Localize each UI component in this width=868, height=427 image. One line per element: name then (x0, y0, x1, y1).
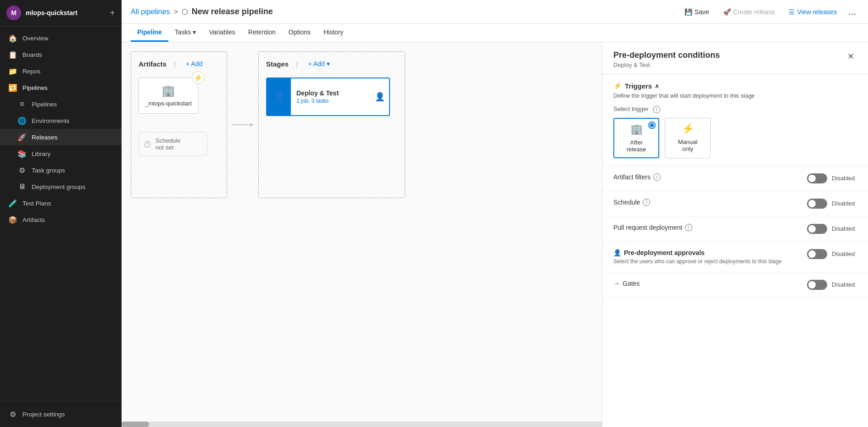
schedule-status: Disabled (832, 200, 857, 207)
sidebar-item-label: Pipelines (22, 84, 48, 91)
project-name: mlops-quickstart (26, 9, 110, 17)
trigger-option-manual-only[interactable]: ⚡ Manualonly (665, 118, 711, 158)
tab-tasks[interactable]: Tasks ▾ (168, 24, 203, 42)
trigger-info-icon[interactable]: i (653, 106, 660, 113)
gates-status: Disabled (832, 281, 857, 288)
pull-request-toggle[interactable] (807, 224, 827, 234)
pipelines-parent-icon: 🔁 (9, 83, 17, 92)
sidebar-item-environments[interactable]: 🌐 Environments (0, 112, 122, 129)
sidebar-item-label: Task groups (32, 167, 65, 174)
tab-variables[interactable]: Variables (202, 24, 241, 42)
panel-header: Pre-deployment conditions Deploy & Test … (602, 42, 868, 74)
test-plans-icon: 🧪 (9, 199, 17, 207)
pull-request-toggle-right: Disabled (807, 224, 857, 234)
artifact-filters-toggle-right: Disabled (807, 173, 857, 183)
sidebar-item-library[interactable]: 📚 Library (0, 145, 122, 162)
schedule-toggle[interactable] (807, 199, 827, 209)
triggers-section: ⚡ Triggers ∧ Define the trigger that wil… (602, 74, 868, 166)
pipeline-icon: ⬡ (182, 7, 188, 16)
approvals-toggle[interactable] (807, 249, 827, 259)
sidebar-item-deployment-groups[interactable]: 🖥 Deployment groups (0, 178, 122, 195)
tab-retention[interactable]: Retention (242, 24, 282, 42)
triggers-icon: ⚡ (613, 82, 622, 90)
sidebar-item-artifacts[interactable]: 📦 Artifacts (0, 211, 122, 228)
sidebar-item-releases[interactable]: 🚀 Releases (0, 129, 122, 145)
artifact-card[interactable]: 🏢 _mlops-quickstart (139, 78, 198, 114)
save-icon: 💾 (684, 8, 692, 16)
gates-toggle[interactable] (807, 280, 827, 290)
sidebar-header: M mlops-quickstart + (0, 0, 122, 26)
sidebar-item-label: Test Plans (22, 200, 51, 207)
sidebar-item-project-settings[interactable]: ⚙ Project settings (0, 406, 122, 422)
content-area: Artifacts | + Add 🏢 _mlops-quickstart ⚡ (122, 42, 868, 427)
schedule-label: Schedule i (613, 199, 650, 206)
breadcrumb: All pipelines > ⬡ New release pipeline (131, 7, 675, 17)
radio-after-release (648, 122, 656, 129)
triggers-collapse-icon[interactable]: ∧ (655, 83, 659, 89)
topbar-actions: 💾 Save 🚀 Create release ☰ View releases … (679, 5, 859, 19)
artifact-card-icon: 🏢 (161, 84, 175, 97)
artifacts-box-title: Artifacts | + Add (139, 59, 219, 68)
add-stage-button[interactable]: + Add ▾ (305, 59, 332, 68)
scrollbar-thumb[interactable] (122, 421, 149, 427)
approvals-toggle-right: Disabled (807, 249, 857, 259)
add-project-button[interactable]: + (110, 8, 115, 18)
pull-request-row: Pull request deployment i Disabled (602, 216, 868, 242)
stage-card-right[interactable]: 👤 (371, 92, 389, 102)
artifact-card-name: _mlops-quickstart (145, 100, 192, 107)
schedule-info-icon[interactable]: i (643, 199, 650, 206)
tab-history[interactable]: History (317, 24, 350, 42)
approvals-desc: Select the users who can approve or reje… (613, 258, 782, 265)
all-pipelines-link[interactable]: All pipelines (131, 8, 170, 16)
panel-subtitle: Deploy & Test (613, 61, 720, 68)
schedule-card[interactable]: 🕐 Schedule not set (139, 132, 207, 156)
sidebar-item-task-groups[interactable]: ⚙ Task groups (0, 162, 122, 178)
panel-close-button[interactable]: ✕ (845, 50, 857, 62)
trigger-options: 🏢 Afterrelease ⚡ Manualonly (613, 118, 857, 158)
clock-icon: 🕐 (144, 141, 151, 148)
view-releases-button[interactable]: ☰ View releases (784, 6, 842, 18)
breadcrumb-separator: > (173, 8, 178, 16)
view-releases-icon: ☰ (789, 8, 795, 16)
stages-box-title: Stages | + Add ▾ (266, 59, 397, 68)
gates-arrow-icon: → (613, 280, 620, 287)
save-button[interactable]: 💾 Save (679, 6, 714, 18)
stage-card-title: Deploy & Test (296, 89, 365, 97)
pull-request-info-icon[interactable]: i (685, 224, 692, 231)
approvals-icon: 👤 (613, 249, 621, 256)
add-artifact-button[interactable]: + Add (183, 59, 205, 68)
artifact-filters-info-icon[interactable]: i (653, 173, 661, 181)
artifact-filters-row: Artifact filters i Disabled (602, 166, 868, 191)
pipelines-icon: ≡ (18, 100, 26, 108)
more-options-button[interactable]: ... (846, 5, 859, 19)
stage-user-edit-icon: 👤 (375, 92, 385, 102)
panel-title: Pre-deployment conditions (613, 50, 720, 60)
right-panel: Pre-deployment conditions Deploy & Test … (602, 42, 868, 427)
panel-title-block: Pre-deployment conditions Deploy & Test (613, 50, 720, 68)
repos-icon: 📁 (9, 67, 17, 75)
stage-card-left: 👤 (267, 78, 291, 115)
sidebar-item-label: Artifacts (22, 216, 45, 223)
sidebar-item-boards[interactable]: 📋 Boards (0, 46, 122, 63)
tab-pipeline[interactable]: Pipeline (131, 24, 168, 42)
sidebar-item-test-plans[interactable]: 🧪 Test Plans (0, 195, 122, 211)
artifact-trigger-button[interactable]: ⚡ (192, 71, 205, 84)
create-release-icon: 🚀 (723, 8, 731, 16)
home-icon: 🏠 (9, 34, 17, 42)
sidebar-item-pipelines-parent[interactable]: 🔁 Pipelines (0, 79, 122, 96)
tab-options[interactable]: Options (282, 24, 317, 42)
create-release-button[interactable]: 🚀 Create release (718, 6, 780, 18)
canvas-scrollbar[interactable] (122, 421, 602, 427)
sidebar-item-repos[interactable]: 📁 Repos (0, 63, 122, 79)
gates-row: → Gates Disabled (602, 272, 868, 298)
topbar: All pipelines > ⬡ New release pipeline 💾… (122, 0, 868, 24)
triggers-section-title: ⚡ Triggers ∧ (613, 82, 857, 90)
sidebar-item-overview[interactable]: 🏠 Overview (0, 30, 122, 46)
sidebar-footer: ⚙ Project settings (0, 401, 122, 427)
artifact-filters-toggle[interactable] (807, 173, 827, 183)
triggers-section-desc: Define the trigger that will start deplo… (613, 93, 857, 99)
trigger-option-after-release[interactable]: 🏢 Afterrelease (613, 118, 659, 158)
sidebar-item-pipelines[interactable]: ≡ Pipelines (0, 96, 122, 112)
manual-only-icon: ⚡ (682, 123, 694, 135)
stage-card[interactable]: 👤 Deploy & Test 1 job, 3 tasks 👤 (266, 78, 390, 116)
